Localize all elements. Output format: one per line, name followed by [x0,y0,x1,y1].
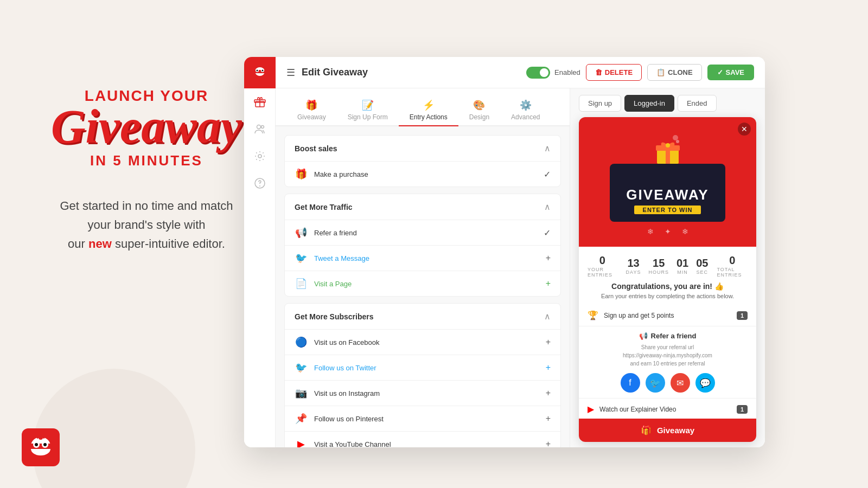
svg-point-27 [673,135,678,140]
enabled-label: Enabled [554,68,580,76]
hours-counter: 15 HOURS [648,257,669,275]
visit-page-item: 📄 Visit a Page + [285,271,560,296]
make-purchase-item: 🎁 Make a purchase ✓ [285,161,560,187]
youtube-action-icon: ▶ [588,404,594,414]
sidebar-item-giveaway[interactable] [244,88,276,115]
tab-entry-icon: ⚡ [423,99,435,111]
explainer-video-item: ▶ Watch our Explainer Video 1 [579,399,756,419]
tab-advanced[interactable]: ⚙️ Advanced [500,95,551,126]
clone-icon: 📋 [656,68,665,76]
topbar-actions: Enabled 🗑 DELETE 📋 CLONE ✓ SAVE [526,64,754,81]
pinterest-icon: 📌 [295,413,308,425]
preview-tab-loggedin[interactable]: Logged-in [624,95,674,112]
widget-footer-text: Giveaway [657,426,694,435]
preview-tabs: Sign up Logged-in Ended [570,88,765,112]
menu-icon[interactable]: ☰ [286,67,295,79]
min-counter: 01 MIN [676,257,688,275]
sidebar [244,57,276,447]
banner-enter-text: ENTER TO WIN [634,206,701,214]
twitter-follow-plus[interactable]: + [546,363,551,373]
twitter-follow-item: 🐦 Follow us on Twitter + [285,355,560,380]
widget-close-button[interactable]: ✕ [738,123,751,136]
widget-header: ✕ [579,117,756,247]
tweet-plus[interactable]: + [546,253,551,263]
get-more-subscribers-header[interactable]: Get More Subscribers ∧ [285,304,560,329]
signup-action-item: 🏆 Sign up and get 5 points 1 [579,305,756,326]
delete-button[interactable]: 🗑 DELETE [586,64,642,81]
boost-sales-title: Boost sales [295,144,337,153]
sidebar-item-help[interactable] [244,170,276,197]
sidebar-item-settings[interactable] [244,143,276,170]
giveaway-banner: GIVEAWAY ENTER TO WIN [610,164,725,222]
youtube-label: Visit a YouTube Channel [314,440,539,448]
email-share-btn[interactable]: ✉ [671,373,690,393]
preview-tab-signup[interactable]: Sign up [579,95,621,112]
tab-giveaway[interactable]: 🎁 Giveaway [286,95,337,126]
snowflake-3: ❄ [682,227,688,236]
twitter-share-btn[interactable]: 🐦 [646,373,665,393]
youtube-plus[interactable]: + [546,439,551,447]
preview-panel: Sign up Logged-in Ended ✕ [570,88,765,447]
hours-label: HOURS [648,269,669,275]
pinterest-label: Follow us on Pinterest [314,415,539,423]
topbar: ☰ Edit Giveaway Enabled 🗑 DELETE 📋 CLONE… [276,57,765,88]
clone-button[interactable]: 📋 CLONE [647,64,702,81]
tab-design[interactable]: 🎨 Design [458,95,500,126]
sidebar-item-users[interactable] [244,115,276,143]
svg-point-6 [35,443,38,446]
boost-sales-header[interactable]: Boost sales ∧ [285,136,560,161]
visit-page-plus[interactable]: + [546,279,551,288]
total-entries-label: Total entries [717,267,748,278]
svg-point-21 [259,185,260,187]
tab-signup-form[interactable]: 📝 Sign Up Form [337,95,399,126]
preview-tab-ended[interactable]: Ended [678,95,717,112]
facebook-item: 🔵 Visit us on Facebook + [285,329,560,355]
your-entries-label: Your entries [588,267,617,278]
tweet-message-item: 🐦 Tweet a Message + [285,245,560,271]
make-purchase-check: ✓ [544,169,551,179]
launch-line3: IN 5 MINUTES [33,152,260,169]
sidebar-logo [244,57,276,88]
messenger-share-btn[interactable]: 💬 [695,373,715,393]
pinterest-item: 📌 Follow us on Pinterest + [285,406,560,431]
svg-point-26 [676,140,679,143]
pinterest-plus[interactable]: + [546,414,551,423]
boost-sales-chevron: ∧ [544,143,551,153]
left-panel: LAUNCH YOUR Giveaway IN 5 MINUTES Get st… [33,87,260,253]
tab-entry-actions[interactable]: ⚡ Entry Actions [399,95,458,126]
widget-footer[interactable]: 🎁 Giveaway [579,419,756,442]
refer-friend-item: 📢 Refer a friend ✓ [285,220,560,245]
signup-action-badge: 1 [737,311,748,320]
your-entries-counter: 0 Your entries [588,254,617,278]
facebook-share-btn[interactable]: f [621,373,640,393]
twitter-follow-label: Follow us on Twitter [314,364,539,372]
check-icon: ✓ [717,68,723,76]
your-entries-value: 0 [599,254,605,267]
enabled-toggle[interactable] [526,67,550,79]
svg-point-19 [258,155,261,158]
bottom-logo [22,428,60,466]
save-button[interactable]: ✓ SAVE [707,65,754,80]
svg-point-7 [43,443,47,446]
sections-container: Boost sales ∧ 🎁 Make a purchase ✓ Get Mo… [276,126,570,447]
referral-block: 📢 Refer a friend Share your referral url… [579,326,756,399]
facebook-plus[interactable]: + [546,337,551,347]
sec-value: 05 [696,257,708,269]
sec-label: SEC [697,269,709,275]
snowflakes: ❄ ✦ ❄ [647,227,688,236]
banner-giveaway-text: GIVEAWAY [626,187,709,203]
subtitle: Get started in no time and match your br… [33,196,260,254]
refer-icon: 📢 [295,227,308,239]
get-more-subscribers-section: Get More Subscribers ∧ 🔵 Visit us on Fac… [284,303,561,447]
twitter-follow-icon: 🐦 [295,362,308,374]
get-more-traffic-header[interactable]: Get More Traffic ∧ [285,194,560,220]
trophy-icon: 🏆 [588,310,598,320]
instagram-plus[interactable]: + [546,388,551,398]
get-more-traffic-title: Get More Traffic [295,203,353,211]
svg-point-14 [261,70,263,72]
earn-text: Earn your entries by completing the acti… [579,291,756,305]
page-title: Edit Giveaway [302,67,526,78]
footer-gift-icon: 🎁 [641,425,652,435]
snowflake-2: ✦ [665,227,671,236]
main-content: ☰ Edit Giveaway Enabled 🗑 DELETE 📋 CLONE… [276,57,765,447]
